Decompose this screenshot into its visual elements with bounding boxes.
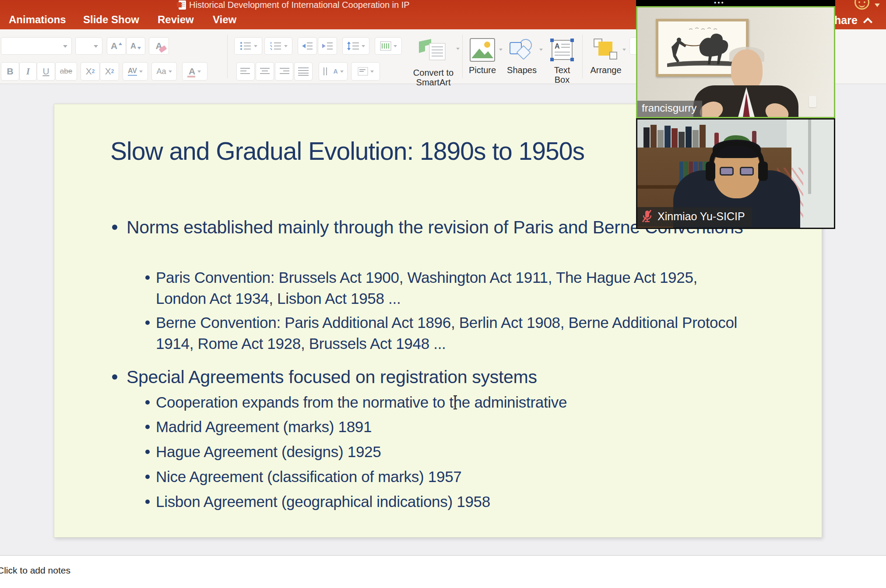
strikethrough-button[interactable]: abe	[55, 62, 77, 81]
bullet-text: Lisbon Agreement (geographical indicatio…	[156, 491, 742, 512]
line-spacing-button[interactable]	[342, 37, 369, 55]
slide-bullet: Madrid Agreement (marks) 1891	[145, 416, 742, 437]
window-frame	[808, 120, 811, 194]
books-row	[643, 125, 706, 148]
text-ibeam-cursor	[452, 395, 459, 412]
shrink-font-icon: A	[130, 42, 136, 51]
text-box-label-line2: Box	[536, 75, 588, 85]
decrease-indent-button[interactable]	[298, 37, 317, 55]
document-title-text: Historical Development of International …	[189, 0, 410, 10]
columns-caret-icon	[394, 45, 397, 47]
bullet-text: Special Agreements focused on registrati…	[127, 364, 757, 390]
text-box-icon: A	[550, 38, 574, 62]
participant-name-text: Xinmiao Yu-SICIP	[657, 210, 745, 223]
clear-formatting-button[interactable]: A	[149, 37, 169, 55]
numbering-button[interactable]	[264, 37, 292, 55]
tab-view[interactable]: View	[213, 14, 236, 26]
participant-face	[731, 49, 763, 91]
ribbon-divider	[227, 35, 228, 78]
slide-bullet: Hague Agreement (designs) 1925	[145, 441, 742, 462]
underline-icon: U	[42, 66, 49, 77]
numbering-icon	[270, 41, 282, 51]
increase-indent-button[interactable]	[318, 37, 337, 55]
bullets-icon	[239, 41, 252, 51]
font-size-combo[interactable]	[75, 37, 102, 55]
glasses-lens	[720, 167, 734, 176]
arrange-button[interactable]: Arrange	[588, 38, 623, 63]
convert-to-smartart-label-line2: SmartArt	[407, 77, 460, 87]
smiley-feedback-icon[interactable]	[854, 0, 869, 10]
bold-button[interactable]: B	[1, 62, 19, 81]
powerpoint-file-icon	[179, 0, 186, 10]
subscript-button[interactable]: X 2	[100, 62, 119, 81]
tab-animations[interactable]: Animations	[9, 14, 66, 26]
convert-to-smartart-button[interactable]: Convert to SmartArt	[406, 38, 461, 61]
italic-button[interactable]: I	[19, 62, 37, 81]
smartart-icon	[418, 38, 449, 61]
participant-name-label: Xinmiao Yu-SICIP	[637, 207, 752, 227]
change-case-button[interactable]: Aa	[151, 62, 177, 81]
align-center-icon	[260, 67, 270, 76]
align-text-button[interactable]	[351, 62, 380, 81]
shrink-font-arrow-icon	[137, 47, 141, 49]
grow-font-arrow-icon	[119, 42, 122, 45]
font-color-caret-icon	[197, 70, 201, 73]
align-right-button[interactable]	[275, 62, 293, 81]
bullet-dot	[145, 500, 150, 504]
video-tile-francisgurry[interactable]: francisgurry	[636, 6, 835, 118]
tab-slide-show[interactable]: Slide Show	[83, 14, 139, 26]
bullet-dot	[145, 425, 150, 429]
superscript-button[interactable]: X 2	[81, 62, 100, 81]
character-spacing-button[interactable]: AV	[123, 62, 148, 81]
bullet-dot	[112, 225, 117, 230]
grow-font-button[interactable]: A	[107, 37, 126, 55]
justify-button[interactable]	[294, 62, 313, 81]
text-box-button[interactable]: A Text Box	[545, 38, 580, 63]
slide-title[interactable]: Slow and Gradual Evolution: 1890s to 195…	[110, 137, 584, 165]
notes-placeholder[interactable]: Click to add notes	[0, 565, 70, 576]
font-color-button[interactable]: A	[182, 62, 207, 81]
bullet-dot	[145, 275, 150, 280]
bullets-button[interactable]	[234, 37, 262, 55]
superscript-icon: X	[86, 66, 92, 77]
bullet-text: Cooperation expands from the normative t…	[156, 392, 742, 413]
align-left-button[interactable]	[236, 62, 255, 81]
document-title: Historical Development of International …	[179, 0, 410, 10]
italic-icon: I	[26, 66, 30, 77]
align-text-caret-icon	[370, 70, 374, 73]
shrink-font-button[interactable]: A	[126, 37, 145, 55]
video-tile-xinmiao-yu[interactable]: Xinmiao Yu-SICIP	[636, 118, 835, 229]
picture-button[interactable]: Picture	[465, 38, 500, 63]
picture-caret-icon	[499, 49, 503, 51]
video-menu-dots-icon[interactable]: •••	[714, 0, 725, 6]
slide-bullet: Special Agreements focused on registrati…	[112, 364, 757, 390]
slide-bullet: Berne Convention: Paris Additional Act 1…	[145, 312, 742, 354]
align-center-button[interactable]	[256, 62, 274, 81]
change-case-icon: Aa	[156, 67, 166, 76]
text-direction-icon	[323, 67, 333, 76]
arrange-caret-icon	[622, 49, 626, 51]
slide-bullet: Lisbon Agreement (geographical indicatio…	[145, 491, 742, 512]
bold-icon: B	[7, 66, 13, 77]
decrease-indent-icon	[302, 41, 313, 51]
smiley-dropdown-caret-icon[interactable]	[875, 4, 880, 7]
tab-review[interactable]: Review	[158, 14, 194, 26]
slide-bullet: Cooperation expands from the normative t…	[145, 392, 742, 413]
strikethrough-icon: abe	[60, 67, 72, 76]
font-name-combo[interactable]	[1, 37, 72, 55]
shapes-icon	[508, 38, 535, 63]
ribbon-share-collapse-button[interactable]: hare	[834, 14, 871, 27]
bullet-dot	[145, 475, 150, 479]
character-spacing-caret-icon	[139, 70, 143, 73]
notes-pane[interactable]: Click to add notes	[0, 555, 886, 588]
subscript-icon: X	[105, 66, 111, 77]
change-case-caret-icon	[169, 70, 172, 73]
columns-button[interactable]	[375, 37, 402, 55]
font-color-bar-icon	[187, 76, 195, 77]
text-direction-button[interactable]: A	[319, 62, 348, 81]
picture-icon	[470, 38, 495, 62]
underline-button[interactable]: U	[37, 62, 55, 81]
shapes-button[interactable]: Shapes	[504, 38, 539, 64]
align-left-icon	[240, 67, 251, 76]
collapse-ribbon-chevron-icon	[863, 17, 872, 26]
